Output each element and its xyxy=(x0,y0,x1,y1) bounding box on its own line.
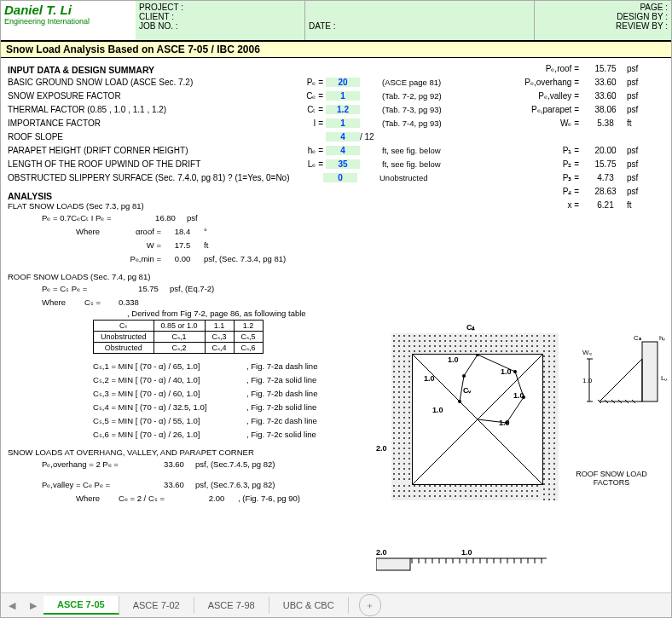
design-label: DESIGN BY : xyxy=(538,12,668,21)
drift-diagram: C₃ hᵥ Wₑ Lᵤ 1.0 xyxy=(582,333,668,410)
project-label: PROJECT : xyxy=(139,3,301,12)
tab-next-icon[interactable]: ▶ xyxy=(30,600,37,611)
svg-text:2.0: 2.0 xyxy=(376,548,387,557)
svg-line-3 xyxy=(478,355,542,419)
svg-text:1.0: 1.0 xyxy=(582,377,593,384)
add-tab-button[interactable]: ＋ xyxy=(359,594,381,616)
svg-rect-11 xyxy=(642,342,658,401)
review-label: REVIEW BY : xyxy=(538,21,668,31)
svg-text:hᵥ: hᵥ xyxy=(659,334,665,342)
svg-line-1 xyxy=(478,419,542,484)
tab-prev-icon[interactable]: ◀ xyxy=(9,600,15,611)
analysis-heading: ANALYSIS xyxy=(8,191,664,201)
plus-icon: ＋ xyxy=(365,599,374,612)
header-col-project: PROJECT : CLIENT : JOB NO. : xyxy=(136,1,305,40)
jobno-label: JOB NO. : xyxy=(139,21,301,31)
svg-text:Wₑ: Wₑ xyxy=(582,349,592,356)
input-value[interactable]: 20 xyxy=(326,78,360,87)
bottom-figure: 2.0 1.0 xyxy=(376,546,547,580)
tab-nav[interactable]: ◀ ▶ xyxy=(1,600,43,611)
svg-point-9 xyxy=(458,400,461,403)
header-bar: Daniel T. Li Engineering International P… xyxy=(1,1,671,42)
doc-title: Snow Load Analysis Based on ASCE 7-05 / … xyxy=(1,42,671,58)
logo-block: Daniel T. Li Engineering International xyxy=(1,1,136,40)
input-heading: INPUT DATA & DESIGN SUMMARY xyxy=(8,65,664,75)
svg-text:Lᵤ: Lᵤ xyxy=(661,374,667,382)
svg-line-0 xyxy=(413,419,478,484)
slope-label: ROOF SLOPE xyxy=(8,132,289,142)
tab-asce702[interactable]: ASCE 7-02 xyxy=(119,597,194,614)
header-col-date: DATE : xyxy=(305,1,535,40)
header-col-right: PAGE : DESIGN BY : REVIEW BY : xyxy=(535,1,671,40)
flat-head: FLAT SNOW LOADS (Sec 7.3, pg 81) xyxy=(8,201,664,211)
roof-figure: C₄ 2.0 1.0 1.0 1.0 1.0 1.0 1.0 Cᵥ C₃ hᵥ … xyxy=(381,333,663,555)
date-label: DATE : xyxy=(309,21,530,31)
svg-point-10 xyxy=(462,374,466,378)
page-label: PAGE : xyxy=(538,3,668,12)
tab-ubc-cbc[interactable]: UBC & CBC xyxy=(269,597,349,614)
cs-table: Cₜ0.85 or 1.01.11.2 UnobstructedCₛ,1Cₛ,3… xyxy=(93,320,264,354)
svg-point-6 xyxy=(513,370,517,373)
svg-text:1.0: 1.0 xyxy=(461,548,472,557)
spreadsheet-page: Daniel T. Li Engineering International P… xyxy=(0,0,672,618)
input-label: BASIC GROUND SNOW LOAD (ASCE Sec. 7.2) xyxy=(8,78,289,87)
logo-name: Daniel T. Li xyxy=(4,3,132,17)
logo-subtitle: Engineering International xyxy=(4,17,132,26)
figure-caption: ROOF SNOW LOAD FACTORS xyxy=(560,470,663,487)
svg-text:C₃: C₃ xyxy=(634,334,641,342)
client-label: CLIENT : xyxy=(139,12,301,21)
svg-marker-12 xyxy=(600,359,642,401)
tab-asce798[interactable]: ASCE 7-98 xyxy=(194,597,269,614)
sheet-tabs: ◀ ▶ ASCE 7-05 ASCE 7-02 ASCE 7-98 UBC & … xyxy=(1,592,671,617)
svg-rect-29 xyxy=(376,558,410,570)
roof-head: ROOF SNOW LOADS (Sec. 7.4, pg 81) xyxy=(8,272,664,281)
tab-asce705[interactable]: ASCE 7-05 xyxy=(43,596,119,615)
slope-value[interactable]: 4 xyxy=(326,132,360,142)
